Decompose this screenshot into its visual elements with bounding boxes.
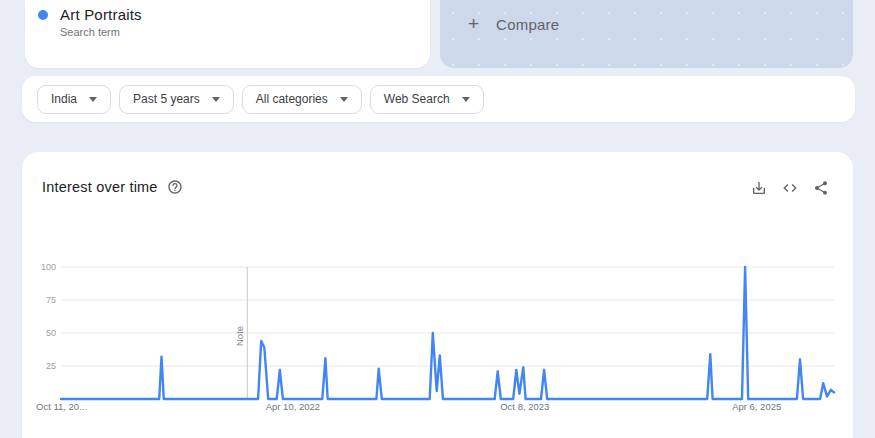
compare-label: Compare <box>496 16 559 33</box>
x-axis-tick-label: Oct 8, 2023 <box>500 401 549 412</box>
x-axis-tick-label: Oct 11, 20... <box>36 401 87 412</box>
search-term-subtitle: Search term <box>60 26 120 38</box>
y-axis-tick-label: 25 <box>46 361 56 371</box>
geo-filter-dropdown[interactable]: India <box>37 85 111 114</box>
chevron-down-icon <box>89 97 97 102</box>
category-filter-dropdown[interactable]: All categories <box>242 85 362 114</box>
search-type-filter-label: Web Search <box>384 92 450 106</box>
time-range-filter-label: Past 5 years <box>133 92 200 106</box>
y-axis-tick-label: 75 <box>46 295 56 305</box>
y-axis-tick-label: 100 <box>41 262 56 272</box>
compare-add-card[interactable]: + Compare <box>440 0 853 68</box>
category-filter-label: All categories <box>256 92 328 106</box>
y-axis-tick-label: 50 <box>46 328 56 338</box>
plus-icon: + <box>468 14 479 34</box>
chevron-down-icon <box>462 97 470 102</box>
chevron-down-icon <box>340 97 348 102</box>
geo-filter-label: India <box>51 92 77 106</box>
filter-bar: India Past 5 years All categories Web Se… <box>22 76 855 122</box>
interest-over-time-chart: 255075100NoteOct 11, 20...Apr 10, 2022Oc… <box>22 152 853 438</box>
google-trends-explore-page: Art Portraits Search term + Compare Indi… <box>0 0 875 438</box>
search-term-card[interactable]: Art Portraits Search term <box>25 0 430 68</box>
time-range-filter-dropdown[interactable]: Past 5 years <box>119 85 234 114</box>
note-marker-label: Note <box>234 326 245 346</box>
x-axis-tick-label: Apr 10, 2022 <box>266 401 320 412</box>
chevron-down-icon <box>212 97 220 102</box>
search-type-filter-dropdown[interactable]: Web Search <box>370 85 484 114</box>
series-color-dot-icon <box>38 10 48 20</box>
x-axis-tick-label: Apr 6, 2025 <box>732 401 781 412</box>
interest-over-time-card: Interest over time 255075100NoteOct 11, … <box>22 152 853 438</box>
search-term-title: Art Portraits <box>60 6 142 23</box>
